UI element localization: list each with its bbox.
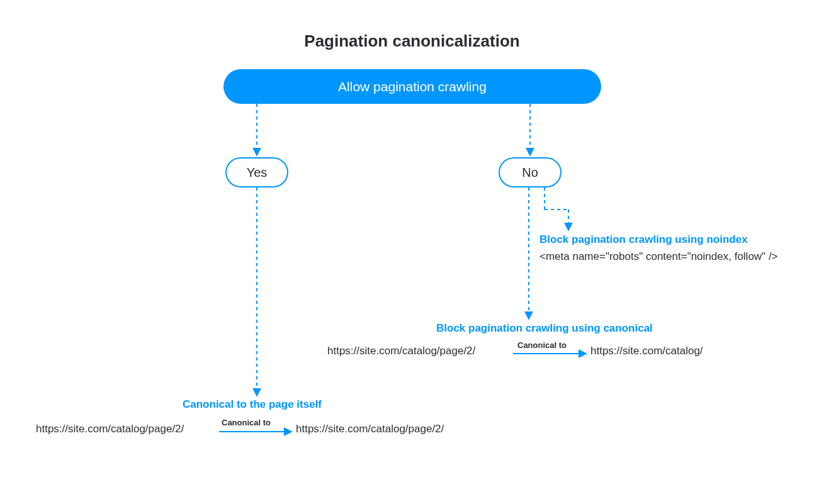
self-canonical-heading: Canonical to the page itself — [183, 398, 322, 411]
self-canonical-arrow-label: Canonical to — [222, 418, 271, 427]
canonical-block-to: https://site.com/catalog/ — [590, 345, 703, 357]
yes-node-label: Yes — [247, 165, 268, 180]
self-canonical-to: https://site.com/catalog/page/2/ — [296, 423, 444, 435]
canonical-block-arrow-label: Canonical to — [517, 340, 567, 350]
self-canonical-from: https://site.com/catalog/page/2/ — [36, 423, 184, 435]
root-node: Allow pagination crawling — [223, 69, 601, 104]
diagram-title: Pagination canonicalization — [0, 31, 824, 51]
canonical-block-heading: Block pagination crawling using canonica… — [436, 322, 653, 335]
no-node: No — [499, 157, 562, 188]
no-node-label: No — [522, 165, 538, 180]
noindex-code: <meta name="robots" content="noindex, fo… — [539, 250, 778, 263]
yes-node: Yes — [225, 157, 288, 188]
noindex-heading: Block pagination crawling using noindex — [539, 233, 748, 246]
root-node-label: Allow pagination crawling — [338, 79, 487, 94]
canonical-block-from: https://site.com/catalog/page/2/ — [327, 345, 475, 357]
